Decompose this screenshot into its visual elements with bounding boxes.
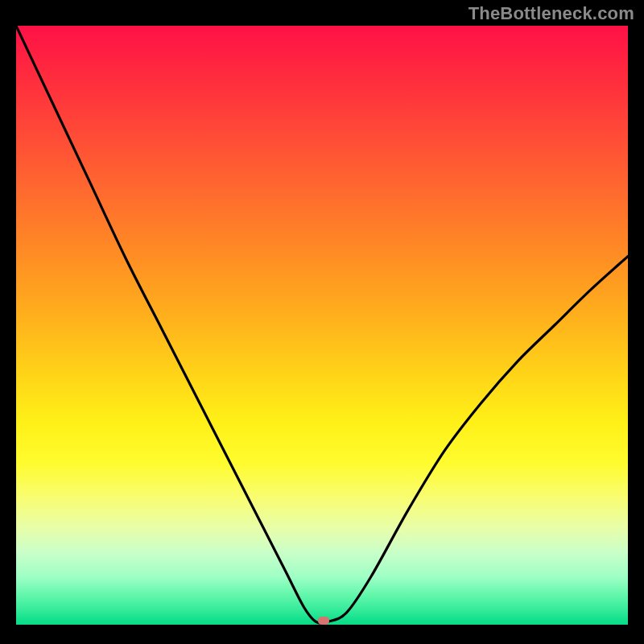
chart-stage: TheBottleneck.com bbox=[0, 0, 644, 644]
curve-svg bbox=[16, 26, 628, 625]
watermark-text: TheBottleneck.com bbox=[469, 3, 634, 24]
optimal-point-marker bbox=[318, 617, 329, 625]
plot-area bbox=[16, 26, 628, 625]
bottleneck-curve bbox=[16, 26, 628, 623]
